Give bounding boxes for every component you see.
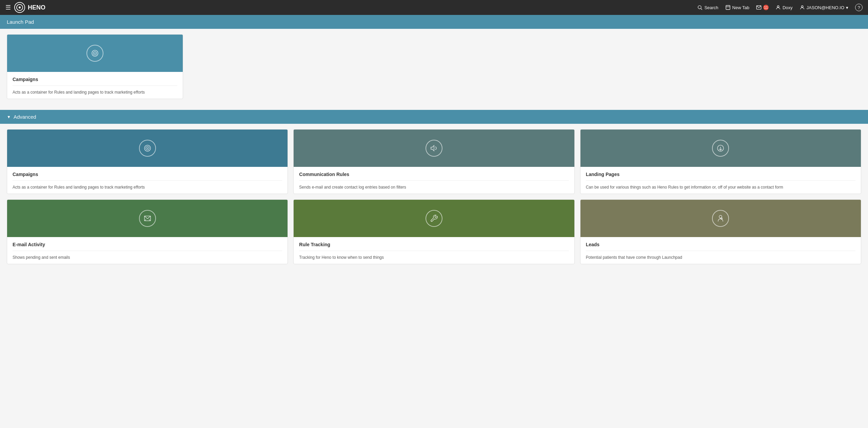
logo-dot (19, 6, 21, 8)
chevron-down-icon: ▾ (846, 5, 848, 10)
svg-point-6 (801, 6, 803, 7)
card-desc-email-activity: Shows pending and sent emails (13, 251, 282, 260)
card-email-activity[interactable]: E-mail Activity Shows pending and sent e… (7, 199, 288, 264)
card-image-campaigns-adv (7, 130, 288, 167)
card-image-communication-rules (294, 130, 574, 167)
launchpad-content: Campaigns Acts as a container for Rules … (0, 29, 868, 104)
card-body-email-activity: E-mail Activity Shows pending and sent e… (7, 237, 288, 264)
card-icon-landing-pages (712, 140, 729, 157)
tools-icon (430, 214, 438, 222)
launchpad-title: Launch Pad (7, 19, 34, 25)
advanced-section-header[interactable]: ▼ Advanced (0, 110, 868, 124)
doxy-icon (775, 5, 781, 10)
card-desc-rule-tracking: Tracking for Heno to know when to send t… (299, 251, 569, 260)
card-title-landing-pages: Landing Pages (586, 172, 855, 177)
doxy-label: Doxy (783, 5, 793, 10)
card-title-leads: Leads (586, 242, 855, 247)
help-button[interactable]: ? (855, 4, 863, 11)
svg-line-1 (701, 8, 702, 10)
card-desc-landing-pages: Can be used for various things such as H… (586, 180, 855, 190)
card-title-campaigns-lp: Campaigns (13, 77, 177, 82)
new-tab-icon (725, 5, 731, 10)
mail-button[interactable]: 11 (756, 5, 769, 10)
doxy-button[interactable]: Doxy (775, 5, 793, 10)
person-heart-icon (716, 214, 725, 222)
advanced-content: Campaigns Acts as a container for Rules … (0, 124, 868, 270)
header: ☰ HENO Search New Tab 1 (0, 0, 868, 15)
svg-point-9 (95, 53, 95, 54)
mail-icon (756, 5, 762, 10)
card-campaigns-adv[interactable]: Campaigns Acts as a container for Rules … (7, 129, 288, 194)
card-body-rule-tracking: Rule Tracking Tracking for Heno to know … (294, 237, 574, 264)
logo-text: HENO (28, 4, 45, 11)
card-icon-campaigns-adv (139, 140, 156, 157)
svg-rect-2 (726, 5, 730, 9)
card-image-rule-tracking (294, 200, 574, 237)
help-label: ? (857, 5, 860, 10)
advanced-arrow: ▼ (7, 115, 11, 119)
card-title-campaigns-adv: Campaigns (13, 172, 282, 177)
card-icon-communication-rules (426, 140, 442, 157)
launchpad-grid: Campaigns Acts as a container for Rules … (7, 34, 861, 99)
card-image-leads (580, 200, 861, 237)
svg-point-12 (147, 148, 148, 149)
card-desc-leads: Potential patients that have come throug… (586, 251, 855, 260)
email-icon (143, 214, 152, 222)
mail-badge: 11 (763, 5, 769, 10)
search-label: Search (704, 5, 718, 10)
logo[interactable]: HENO (14, 2, 45, 13)
logo-inner (16, 4, 23, 11)
svg-point-10 (144, 145, 151, 151)
target-icon (91, 49, 99, 57)
card-icon-leads (712, 210, 729, 227)
header-right: Search New Tab 11 Doxy JASON@HENO.IO ▾ (697, 4, 863, 11)
target-icon-2 (143, 144, 152, 152)
launchpad-section-header: Launch Pad (0, 15, 868, 29)
search-button[interactable]: Search (697, 5, 718, 10)
new-tab-label: New Tab (732, 5, 749, 10)
megaphone-icon (430, 144, 438, 152)
card-image-campaigns-lp (7, 35, 183, 72)
card-rule-tracking[interactable]: Rule Tracking Tracking for Heno to know … (293, 199, 574, 264)
user-button[interactable]: JASON@HENO.IO ▾ (800, 5, 848, 10)
advanced-title: Advanced (14, 114, 36, 120)
advanced-grid: Campaigns Acts as a container for Rules … (7, 129, 861, 264)
card-image-landing-pages (580, 130, 861, 167)
new-tab-button[interactable]: New Tab (725, 5, 749, 10)
card-title-rule-tracking: Rule Tracking (299, 242, 569, 247)
card-image-email-activity (7, 200, 288, 237)
user-label: JASON@HENO.IO (807, 5, 844, 10)
logo-icon (14, 2, 25, 13)
card-desc-campaigns-lp: Acts as a container for Rules and landin… (13, 85, 177, 95)
card-body-leads: Leads Potential patients that have come … (580, 237, 861, 264)
svg-point-5 (777, 6, 779, 7)
search-icon (697, 5, 703, 10)
card-icon-rule-tracking (426, 210, 442, 227)
card-icon-email-activity (139, 210, 156, 227)
card-desc-campaigns-adv: Acts as a container for Rules and landin… (13, 180, 282, 190)
header-left: ☰ HENO (5, 2, 693, 13)
card-leads[interactable]: Leads Potential patients that have come … (580, 199, 861, 264)
card-campaigns-lp[interactable]: Campaigns Acts as a container for Rules … (7, 34, 183, 99)
menu-icon[interactable]: ☰ (5, 4, 11, 11)
card-communication-rules[interactable]: Communication Rules Sends e-mail and cre… (293, 129, 574, 194)
card-title-communication-rules: Communication Rules (299, 172, 569, 177)
svg-point-0 (698, 6, 701, 9)
card-desc-communication-rules: Sends e-mail and create contact log entr… (299, 180, 569, 190)
card-landing-pages[interactable]: Landing Pages Can be used for various th… (580, 129, 861, 194)
svg-point-11 (146, 147, 149, 150)
svg-point-8 (93, 52, 97, 55)
card-body-landing-pages: Landing Pages Can be used for various th… (580, 167, 861, 194)
svg-point-7 (92, 50, 98, 56)
card-body-campaigns-adv: Campaigns Acts as a container for Rules … (7, 167, 288, 194)
card-body-campaigns-lp: Campaigns Acts as a container for Rules … (7, 72, 183, 99)
card-body-communication-rules: Communication Rules Sends e-mail and cre… (294, 167, 574, 194)
card-title-email-activity: E-mail Activity (13, 242, 282, 247)
download-icon (716, 144, 725, 152)
user-icon (800, 5, 805, 10)
svg-point-17 (719, 215, 722, 218)
card-icon-campaigns-lp (86, 45, 103, 62)
